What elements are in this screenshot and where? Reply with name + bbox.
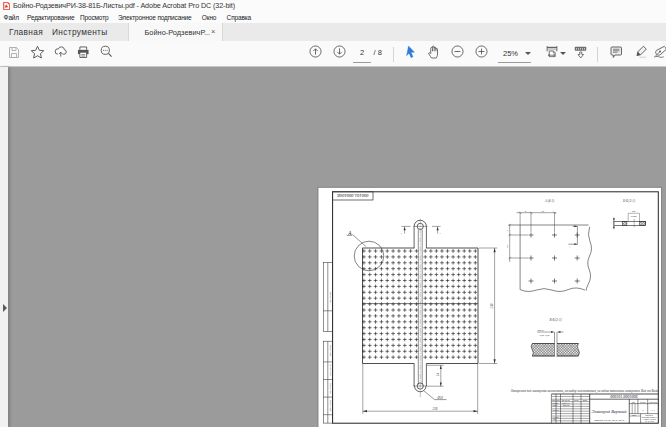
svg-text:Листов 8: Листов 8 [645, 414, 653, 416]
svg-text:№ докум.: № докум. [562, 399, 571, 401]
svg-text:000101.000100Б: 000101.000100Б [337, 193, 369, 198]
svg-text:1: 1 [611, 221, 612, 224]
svg-text:Пров.: Пров. [553, 404, 558, 406]
svg-text:Н.контр.: Н.контр. [552, 416, 560, 418]
svg-text:Взам. инв. №: Взам. инв. № [329, 364, 331, 376]
svg-text:Инв. № подл.: Инв. № подл. [329, 291, 331, 304]
svg-text:230: 230 [433, 407, 438, 411]
svg-text:Масса: Масса [640, 401, 647, 403]
svg-text:230: 230 [490, 303, 494, 308]
svg-text:000101.000100Б: 000101.000100Б [610, 394, 638, 399]
svg-text:Лит.: Лит. [632, 401, 636, 403]
svg-text:А (4:1): А (4:1) [544, 199, 554, 203]
svg-text:Иванов: Иванов [563, 404, 570, 406]
svg-text:Подп. и дата: Подп. и дата [329, 345, 331, 358]
svg-text:Подп. и дата: Подп. и дата [329, 400, 331, 413]
svg-text:Ø10: Ø10 [437, 396, 444, 400]
svg-text:Ø0,5: Ø0,5 [537, 328, 544, 332]
svg-text:Лист: Лист [632, 414, 636, 416]
svg-text:Инв. № дубл.: Инв. № дубл. [329, 382, 331, 395]
svg-text:Подп.: Подп. [574, 399, 579, 401]
svg-text:2 отв.: 2 отв. [631, 215, 638, 218]
svg-text:Ø2: Ø2 [631, 210, 636, 213]
svg-text:Масштаб: Масштаб [649, 401, 657, 403]
svg-text:универ. ИнЭО: универ. ИнЭО [643, 418, 656, 420]
svg-text:Томский политех.: Томский политех. [642, 416, 658, 418]
svg-text:Бойно-Р.: Бойно-Р. [562, 402, 570, 404]
svg-text:1:1: 1:1 [651, 409, 655, 412]
svg-text:гр. З-4401: гр. З-4401 [645, 420, 654, 422]
svg-text:Разраб.: Разраб. [552, 402, 559, 404]
svg-text:Электрод Верхний: Электрод Верхний [592, 409, 628, 414]
svg-text:Утв.: Утв. [553, 418, 557, 420]
svg-text:Б-Б (2:1): Б-Б (2:1) [622, 199, 635, 203]
svg-text:Томский ПУ гр. 10Г27 201Б: Томский ПУ гр. 10Г27 201Б [594, 419, 625, 422]
svg-text:Т.контр.: Т.контр. [552, 409, 559, 411]
svg-text:14: 14 [436, 373, 440, 377]
svg-text:Лист: Лист [556, 399, 560, 401]
svg-text:В-В (2:1): В-В (2:1) [549, 318, 561, 322]
